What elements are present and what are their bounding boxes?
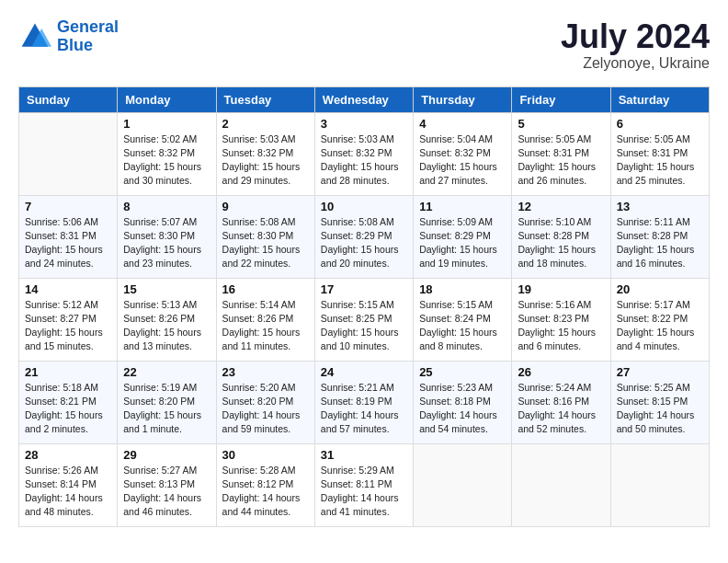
header-saturday: Saturday	[610, 86, 709, 112]
calendar-week-row: 7Sunrise: 5:06 AM Sunset: 8:31 PM Daylig…	[19, 195, 710, 278]
day-info: Sunrise: 5:23 AM Sunset: 8:18 PM Dayligh…	[419, 381, 506, 437]
calendar-cell: 30Sunrise: 5:28 AM Sunset: 8:12 PM Dayli…	[216, 443, 314, 526]
day-info: Sunrise: 5:17 AM Sunset: 8:22 PM Dayligh…	[617, 298, 703, 354]
day-info: Sunrise: 5:05 AM Sunset: 8:31 PM Dayligh…	[617, 132, 703, 189]
day-info: Sunrise: 5:28 AM Sunset: 8:12 PM Dayligh…	[222, 464, 309, 520]
calendar-cell: 3Sunrise: 5:03 AM Sunset: 8:32 PM Daylig…	[314, 112, 413, 195]
logo-line2: Blue	[57, 36, 93, 54]
day-info: Sunrise: 5:02 AM Sunset: 8:32 PM Dayligh…	[123, 132, 210, 189]
day-number: 1	[123, 117, 210, 131]
day-info: Sunrise: 5:24 AM Sunset: 8:16 PM Dayligh…	[518, 381, 604, 437]
day-info: Sunrise: 5:26 AM Sunset: 8:14 PM Dayligh…	[25, 464, 111, 520]
day-info: Sunrise: 5:12 AM Sunset: 8:27 PM Dayligh…	[25, 298, 111, 354]
day-number: 9	[222, 200, 309, 213]
day-info: Sunrise: 5:18 AM Sunset: 8:21 PM Dayligh…	[25, 381, 111, 437]
day-number: 29	[123, 448, 210, 462]
header-tuesday: Tuesday	[216, 86, 314, 112]
header-monday: Monday	[118, 86, 216, 112]
day-number: 31	[321, 448, 407, 462]
calendar-header-row: SundayMondayTuesdayWednesdayThursdayFrid…	[19, 86, 710, 112]
calendar-cell: 17Sunrise: 5:15 AM Sunset: 8:25 PM Dayli…	[314, 278, 413, 361]
calendar-cell	[414, 443, 512, 526]
day-info: Sunrise: 5:14 AM Sunset: 8:26 PM Dayligh…	[222, 298, 309, 354]
day-number: 8	[123, 200, 210, 213]
calendar-cell: 22Sunrise: 5:19 AM Sunset: 8:20 PM Dayli…	[118, 361, 216, 443]
calendar-week-row: 28Sunrise: 5:26 AM Sunset: 8:14 PM Dayli…	[19, 443, 710, 526]
title-block: July 2024 Zelyonoye, Ukraine	[561, 18, 710, 72]
calendar-week-row: 14Sunrise: 5:12 AM Sunset: 8:27 PM Dayli…	[19, 278, 710, 361]
calendar-cell: 2Sunrise: 5:03 AM Sunset: 8:32 PM Daylig…	[216, 112, 314, 195]
day-number: 13	[617, 200, 703, 213]
day-info: Sunrise: 5:03 AM Sunset: 8:32 PM Dayligh…	[321, 132, 407, 189]
day-info: Sunrise: 5:11 AM Sunset: 8:28 PM Dayligh…	[617, 215, 703, 271]
day-number: 30	[222, 448, 309, 462]
header-wednesday: Wednesday	[314, 86, 413, 112]
day-number: 3	[321, 117, 407, 131]
day-info: Sunrise: 5:25 AM Sunset: 8:15 PM Dayligh…	[617, 381, 703, 437]
day-info: Sunrise: 5:06 AM Sunset: 8:31 PM Dayligh…	[25, 215, 111, 271]
header-thursday: Thursday	[414, 86, 512, 112]
location: Zelyonoye, Ukraine	[561, 55, 710, 72]
calendar-cell: 26Sunrise: 5:24 AM Sunset: 8:16 PM Dayli…	[512, 361, 610, 443]
calendar-cell	[19, 112, 118, 195]
calendar-cell	[512, 443, 610, 526]
day-info: Sunrise: 5:29 AM Sunset: 8:11 PM Dayligh…	[321, 464, 407, 520]
calendar-cell: 21Sunrise: 5:18 AM Sunset: 8:21 PM Dayli…	[19, 361, 118, 443]
calendar-cell: 13Sunrise: 5:11 AM Sunset: 8:28 PM Dayli…	[610, 195, 709, 278]
day-info: Sunrise: 5:04 AM Sunset: 8:32 PM Dayligh…	[419, 132, 506, 189]
day-number: 10	[321, 200, 407, 213]
day-info: Sunrise: 5:08 AM Sunset: 8:30 PM Dayligh…	[222, 215, 309, 271]
calendar-cell: 25Sunrise: 5:23 AM Sunset: 8:18 PM Dayli…	[414, 361, 512, 443]
month-year: July 2024	[561, 18, 710, 55]
day-number: 23	[222, 365, 309, 379]
calendar-cell: 23Sunrise: 5:20 AM Sunset: 8:20 PM Dayli…	[216, 361, 314, 443]
calendar-week-row: 21Sunrise: 5:18 AM Sunset: 8:21 PM Dayli…	[19, 361, 710, 443]
logo: General Blue	[18, 18, 119, 55]
day-info: Sunrise: 5:08 AM Sunset: 8:29 PM Dayligh…	[321, 215, 407, 271]
calendar-week-row: 1Sunrise: 5:02 AM Sunset: 8:32 PM Daylig…	[19, 112, 710, 195]
calendar-cell: 31Sunrise: 5:29 AM Sunset: 8:11 PM Dayli…	[314, 443, 413, 526]
day-number: 12	[518, 200, 604, 213]
calendar-cell: 11Sunrise: 5:09 AM Sunset: 8:29 PM Dayli…	[414, 195, 512, 278]
day-number: 5	[518, 117, 604, 131]
calendar-cell: 24Sunrise: 5:21 AM Sunset: 8:19 PM Dayli…	[314, 361, 413, 443]
calendar-cell: 14Sunrise: 5:12 AM Sunset: 8:27 PM Dayli…	[19, 278, 118, 361]
day-number: 11	[419, 200, 506, 213]
calendar-cell: 12Sunrise: 5:10 AM Sunset: 8:28 PM Dayli…	[512, 195, 610, 278]
day-number: 21	[25, 365, 111, 379]
day-info: Sunrise: 5:20 AM Sunset: 8:20 PM Dayligh…	[222, 381, 309, 437]
header-sunday: Sunday	[19, 86, 118, 112]
day-number: 15	[123, 282, 210, 296]
header-friday: Friday	[512, 86, 610, 112]
day-number: 16	[222, 282, 309, 296]
day-number: 6	[617, 117, 703, 131]
calendar-cell: 29Sunrise: 5:27 AM Sunset: 8:13 PM Dayli…	[118, 443, 216, 526]
calendar-cell: 6Sunrise: 5:05 AM Sunset: 8:31 PM Daylig…	[610, 112, 709, 195]
page-header: General Blue July 2024 Zelyonoye, Ukrain…	[18, 18, 710, 72]
calendar-cell: 27Sunrise: 5:25 AM Sunset: 8:15 PM Dayli…	[610, 361, 709, 443]
day-info: Sunrise: 5:27 AM Sunset: 8:13 PM Dayligh…	[123, 464, 210, 520]
day-info: Sunrise: 5:10 AM Sunset: 8:28 PM Dayligh…	[518, 215, 604, 271]
day-info: Sunrise: 5:09 AM Sunset: 8:29 PM Dayligh…	[419, 215, 506, 271]
day-number: 18	[419, 282, 506, 296]
calendar-cell: 18Sunrise: 5:15 AM Sunset: 8:24 PM Dayli…	[414, 278, 512, 361]
calendar-cell: 15Sunrise: 5:13 AM Sunset: 8:26 PM Dayli…	[118, 278, 216, 361]
calendar-cell: 7Sunrise: 5:06 AM Sunset: 8:31 PM Daylig…	[19, 195, 118, 278]
calendar-cell: 9Sunrise: 5:08 AM Sunset: 8:30 PM Daylig…	[216, 195, 314, 278]
calendar-cell: 28Sunrise: 5:26 AM Sunset: 8:14 PM Dayli…	[19, 443, 118, 526]
calendar-table: SundayMondayTuesdayWednesdayThursdayFrid…	[18, 86, 710, 527]
day-number: 17	[321, 282, 407, 296]
day-info: Sunrise: 5:03 AM Sunset: 8:32 PM Dayligh…	[222, 132, 309, 189]
calendar-cell	[610, 443, 709, 526]
day-number: 27	[617, 365, 703, 379]
day-number: 28	[25, 448, 111, 462]
day-info: Sunrise: 5:21 AM Sunset: 8:19 PM Dayligh…	[321, 381, 407, 437]
calendar-cell: 8Sunrise: 5:07 AM Sunset: 8:30 PM Daylig…	[118, 195, 216, 278]
day-info: Sunrise: 5:13 AM Sunset: 8:26 PM Dayligh…	[123, 298, 210, 354]
day-number: 2	[222, 117, 309, 131]
day-info: Sunrise: 5:15 AM Sunset: 8:24 PM Dayligh…	[419, 298, 506, 354]
calendar-cell: 5Sunrise: 5:05 AM Sunset: 8:31 PM Daylig…	[512, 112, 610, 195]
calendar-cell: 19Sunrise: 5:16 AM Sunset: 8:23 PM Dayli…	[512, 278, 610, 361]
logo-icon	[18, 20, 51, 53]
day-number: 24	[321, 365, 407, 379]
